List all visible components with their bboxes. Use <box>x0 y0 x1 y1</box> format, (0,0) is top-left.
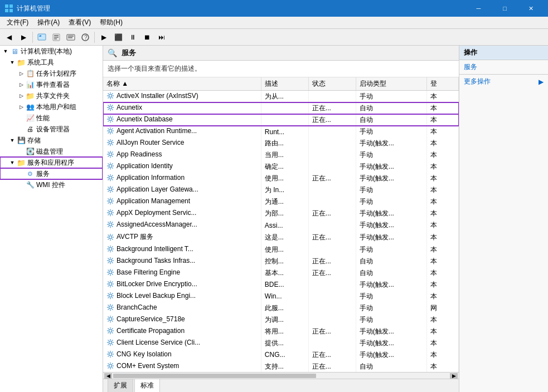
svg-line-202 <box>112 332 113 333</box>
table-row[interactable]: Base Filtering Engine基本...正在...自动本 <box>103 267 459 279</box>
menu-view[interactable]: 查看(V) <box>64 17 95 28</box>
menu-help[interactable]: 帮助(H) <box>95 17 127 28</box>
table-row[interactable]: ActiveX Installer (AxInstSV)为从...手动本 <box>103 91 459 103</box>
view-button[interactable] <box>64 31 77 44</box>
service-logon-cell: 本 <box>427 219 459 231</box>
minimize-button[interactable]: ─ <box>466 0 491 17</box>
service-logon-cell: 本 <box>427 126 459 138</box>
help-button[interactable]: ? <box>79 31 92 44</box>
services-table-container[interactable]: 名称 ▲ 描述 状态 启动类型 登 ActiveX Installer (AxI… <box>103 77 459 372</box>
table-row[interactable]: Certificate Propagation将用...正在...手动(触发..… <box>103 326 459 337</box>
prop-button[interactable] <box>50 31 63 44</box>
service-status-cell <box>308 161 356 173</box>
table-row[interactable]: COM+ Event System支持...正在...自动本 <box>103 361 459 373</box>
svg-line-102 <box>108 199 109 200</box>
table-row[interactable]: CaptureService_5718e为调...手动本 <box>103 314 459 326</box>
service-desc-cell: 为通... <box>261 196 308 208</box>
svg-line-103 <box>112 203 113 204</box>
svg-line-184 <box>112 308 113 310</box>
tab-expand[interactable]: 扩展 <box>108 379 133 392</box>
tree-item-svcapps[interactable]: ▼ 📁 服务和应用程序 <box>0 157 103 168</box>
table-row[interactable]: Client License Service (Cli...提供...手动(触发… <box>103 337 459 349</box>
hscrollbar[interactable]: ◀ ▶ <box>103 372 459 379</box>
tree-item-shares[interactable]: ▷ 📁 共享文件夹 <box>0 90 103 101</box>
stop-button[interactable]: ⬛ <box>111 31 125 44</box>
svg-point-187 <box>109 317 111 320</box>
col-name[interactable]: 名称 ▲ <box>103 77 261 91</box>
shares-icon: 📁 <box>26 91 35 100</box>
tree-item-disk[interactable]: 💽 磁盘管理 <box>0 146 103 157</box>
hscroll-left[interactable]: ◀ <box>104 373 112 379</box>
svg-point-124 <box>109 236 111 238</box>
table-row[interactable]: Agent Activation Runtime...Runt...手动本 <box>103 126 459 138</box>
up-button[interactable] <box>35 31 49 44</box>
svg-line-195 <box>108 320 109 321</box>
table-row[interactable]: AssignedAccessManager...Assi...手动(触发...本 <box>103 219 459 231</box>
tree-item-task[interactable]: ▷ 📋 任务计划程序 <box>0 68 103 79</box>
col-starttype[interactable]: 启动类型 <box>356 77 427 91</box>
service-starttype-cell: 自动 <box>356 361 427 373</box>
service-status-cell <box>308 302 356 314</box>
table-row[interactable]: Application Management为通...手动本 <box>103 196 459 208</box>
tree-item-perf[interactable]: 📈 性能 <box>0 112 103 124</box>
service-starttype-cell: 手动 <box>356 126 427 138</box>
service-status-cell <box>308 126 356 138</box>
stop2-button[interactable]: ⏹ <box>140 31 154 44</box>
table-row[interactable]: Acunetix Database正在...自动本 <box>103 114 459 126</box>
forward-button[interactable]: ▶ <box>17 31 30 44</box>
table-row[interactable]: Application Identity确定...手动(触发...本 <box>103 161 459 173</box>
table-row[interactable]: Acunetix正在...自动本 <box>103 102 459 114</box>
table-row[interactable]: CNG Key IsolationCNG...正在...手动(触发...本 <box>103 349 459 361</box>
table-row[interactable]: Application Information使用...正在...手动(触发..… <box>103 173 459 184</box>
table-row[interactable]: Background Intelligent T...使用...手动本 <box>103 244 459 256</box>
hscroll-right[interactable]: ▶ <box>450 373 458 379</box>
skip-button[interactable]: ⏭ <box>155 31 168 44</box>
service-status-cell <box>308 184 356 196</box>
service-name-cell: AssignedAccessManager... <box>103 219 261 231</box>
tree-item-systools[interactable]: ▼ 📁 系统工具 <box>0 57 103 68</box>
service-desc-cell: 控制... <box>261 256 308 267</box>
back-button[interactable]: ◀ <box>2 31 16 44</box>
table-row[interactable]: AppX Deployment Servic...为部...正在...手动(触发… <box>103 208 459 219</box>
table-row[interactable]: AVCTP 服务这是...正在...手动(触发...本 <box>103 231 459 244</box>
maximize-button[interactable]: □ <box>492 0 517 17</box>
tree-item-event[interactable]: ▷ 📊 事件查看器 <box>0 79 103 90</box>
tree-item-root[interactable]: ▼ 🖥 计算机管理(本地) <box>0 46 103 57</box>
svg-line-204 <box>108 332 109 333</box>
table-row[interactable]: BranchCache此服...手动网 <box>103 302 459 314</box>
play-button[interactable]: ▶ <box>97 31 110 44</box>
tree-item-storage[interactable]: ▼ 💾 存储 <box>0 135 103 146</box>
tree-item-wmi[interactable]: 🔧 WMI 控件 <box>0 179 103 190</box>
service-desc-cell <box>261 102 308 114</box>
svg-line-157 <box>112 273 113 275</box>
menu-file[interactable]: 文件(F) <box>2 17 33 28</box>
tree-item-device[interactable]: 🖨 设备管理器 <box>0 124 103 135</box>
table-row[interactable]: BitLocker Drive Encryptio...BDE...手动(触发.… <box>103 279 459 291</box>
service-logon-cell: 本 <box>427 361 459 373</box>
service-logon-cell: 本 <box>427 138 459 149</box>
col-desc[interactable]: 描述 <box>261 77 308 91</box>
hscroll-thumb[interactable] <box>113 374 316 378</box>
menu-action[interactable]: 操作(A) <box>33 17 64 28</box>
col-status[interactable]: 状态 <box>308 77 356 91</box>
svg-line-166 <box>112 285 113 286</box>
tree-item-services[interactable]: ⚙ 服务 <box>0 168 103 179</box>
table-row[interactable]: Block Level Backup Engi...Win...手动本 <box>103 291 459 302</box>
svg-line-23 <box>112 94 113 95</box>
svg-line-69 <box>108 156 109 157</box>
table-row[interactable]: Background Tasks Infras...控制...正在...自动本 <box>103 256 459 267</box>
more-actions-item[interactable]: 更多操作 ▶ <box>459 75 548 89</box>
pause-button[interactable]: ⏸ <box>126 31 139 44</box>
tree-item-users[interactable]: ▷ 👥 本地用户和组 <box>0 101 103 112</box>
table-row[interactable]: Application Layer Gatewa...为 In...手动本 <box>103 184 459 196</box>
svg-point-196 <box>109 329 111 332</box>
table-row[interactable]: App Readiness当用...手动本 <box>103 149 459 161</box>
svg-line-48 <box>108 129 109 130</box>
close-button[interactable]: ✕ <box>518 0 544 17</box>
col-logon[interactable]: 登 <box>427 77 459 91</box>
svg-line-222 <box>108 355 109 356</box>
service-name-cell: Client License Service (Cli... <box>103 337 261 349</box>
table-row[interactable]: AllJoyn Router Service路由...手动(触发...本 <box>103 138 459 149</box>
services-header: 🔍 服务 <box>103 46 459 61</box>
tab-standard[interactable]: 标准 <box>134 379 160 392</box>
